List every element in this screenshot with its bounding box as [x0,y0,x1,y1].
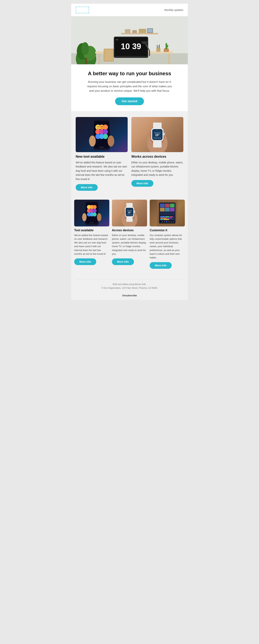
svg-point-114 [173,221,174,222]
svg-rect-106 [165,208,170,212]
tcol3-more-button[interactable]: More info [150,262,172,269]
main-section: A better way to run your business Runnin… [71,64,188,111]
across-image: Montreal 10° Partly cloudy [112,200,147,226]
col1-more-button[interactable]: More info [76,184,98,191]
svg-point-49 [101,126,101,127]
main-heading: A better way to run your business [79,70,180,77]
footer: Built and edited using Blocks Edit. © Ou… [71,275,188,300]
svg-point-47 [97,126,98,127]
svg-point-6 [81,42,89,55]
svg-rect-98 [160,218,167,219]
tcol3-body: Our modular system allows for fully cust… [150,234,185,260]
svg-text:AM: AM [116,39,118,41]
three-col-row: Tool available We've added this feature … [74,200,185,269]
col2-heading: Works across devices [131,155,183,158]
svg-point-112 [168,221,169,222]
svg-rect-102 [160,204,165,208]
svg-rect-86 [126,217,133,222]
tcol1-body: We've added this feature based on user f… [74,234,109,256]
svg-point-40 [103,124,108,130]
svg-rect-35 [105,50,113,61]
col-devices: Montreal 15° Partly cloudy Works across … [131,117,183,191]
svg-rect-103 [165,204,170,208]
svg-point-50 [102,126,103,127]
col1-body: We've added this feature based on user f… [76,160,128,181]
col-customize: Customize it Our modular system allows f… [150,200,185,269]
svg-point-43 [103,129,108,134]
svg-rect-15 [98,54,100,64]
tcol1-heading: Tool available [74,229,109,232]
svg-rect-95 [160,216,165,218]
svg-rect-101 [164,219,169,220]
svg-text:Montreal: Montreal [127,210,132,211]
svg-text:15°: 15° [155,134,159,136]
svg-rect-63 [164,133,165,135]
svg-rect-51 [99,147,104,148]
svg-rect-33 [159,44,160,48]
svg-point-29 [142,41,147,44]
three-col-section: Tool available We've added this feature … [71,197,188,275]
svg-rect-26 [167,45,168,48]
svg-point-68 [93,205,97,209]
svg-point-109 [162,221,163,222]
svg-rect-27 [149,50,150,56]
tcol1-more-button[interactable]: More info [74,258,96,265]
svg-rect-105 [160,208,165,212]
col2-more-button[interactable]: More info [131,180,153,187]
svg-point-113 [171,221,172,222]
header-nav-text: Monthly updates [164,8,183,12]
svg-text:Partly cloudy: Partly cloudy [154,137,161,139]
col-tool: Tool available We've added this feature … [74,200,109,269]
svg-rect-87 [134,211,135,213]
svg-rect-75 [90,222,94,223]
svg-point-74 [93,212,97,216]
devices-image: Montreal 15° Partly cloudy [131,117,183,152]
svg-rect-99 [167,218,172,219]
hero-image: 10 39 AM [71,16,188,64]
svg-point-46 [103,134,108,139]
svg-point-76 [82,213,87,221]
col-across: Montreal 10° Partly cloudy Across device… [112,200,147,269]
svg-rect-96 [165,216,169,218]
col2-body: Either on your desktop, mobile phone, wa… [131,160,183,177]
tool-image [74,200,109,226]
tcol2-more-button[interactable]: More info [112,258,134,265]
svg-rect-11 [139,29,146,33]
svg-rect-104 [170,204,174,208]
footer-built-text: Built and edited using Blocks Edit. [76,283,183,286]
svg-point-110 [164,221,165,222]
svg-rect-16 [168,54,170,64]
svg-rect-30 [156,48,160,52]
tcol2-body: Either on your desktop, mobile phone, wa… [112,234,147,256]
svg-point-52 [89,136,96,146]
svg-rect-8 [121,33,158,34]
svg-point-111 [166,221,167,222]
svg-rect-10 [132,30,137,33]
svg-text:10 39: 10 39 [121,42,141,51]
svg-rect-97 [169,216,173,218]
two-col-row: New tool available We've added this feat… [76,117,183,191]
svg-text:Partly cloudy: Partly cloudy [126,214,133,215]
footer-divider [76,279,183,279]
tcol2-heading: Across devices [112,229,147,232]
customize-image [150,200,185,226]
svg-point-53 [108,136,114,146]
svg-point-71 [93,209,97,213]
svg-point-77 [97,213,101,221]
tcol3-heading: Customize it [150,229,185,232]
svg-rect-25 [166,43,167,49]
get-started-button[interactable]: Get started [115,98,144,105]
two-col-section: New tool available We've added this feat… [71,111,188,197]
svg-rect-32 [158,46,159,48]
logo [76,7,89,13]
svg-rect-107 [170,208,174,212]
footer-org-text: © Our Organization, 123 Fake Street, Pho… [76,287,183,289]
svg-rect-56 [153,122,162,129]
unsubscribe-link[interactable]: Unsubscribe [122,294,137,297]
main-body: Running your business can get complicate… [85,80,174,93]
header: Monthly updates [71,4,188,16]
col1-heading: New tool available [76,155,128,158]
svg-rect-100 [160,219,163,220]
new-tool-image [76,117,128,152]
svg-point-48 [98,126,99,127]
